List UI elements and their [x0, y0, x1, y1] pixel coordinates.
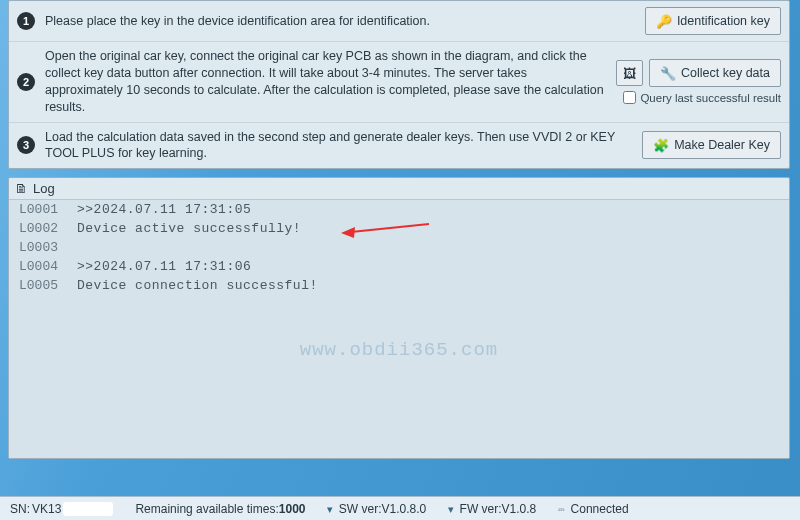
step-1: 1 Please place the key in the device ide…	[9, 1, 789, 41]
log-line-number: L0001	[9, 200, 73, 219]
link-icon: ⎓	[558, 503, 565, 515]
remaining-value: 1000	[279, 502, 306, 516]
step-number-3: 3	[17, 136, 35, 154]
log-panel: 🗎 Log L0001 >>2024.07.11 17:31:05 L0002 …	[8, 177, 790, 459]
puzzle-icon: 🧩	[653, 139, 669, 152]
document-icon: 🗎	[15, 182, 28, 195]
step-3: 3 Load the calculation data saved in the…	[9, 122, 789, 169]
log-line-number: L0003	[9, 238, 73, 257]
step-3-text: Load the calculation data saved in the s…	[45, 129, 632, 163]
remaining-times: Remaining available times:1000	[135, 502, 305, 516]
log-body[interactable]: L0001 >>2024.07.11 17:31:05 L0002 Device…	[9, 200, 789, 458]
log-message: >>2024.07.11 17:31:05	[73, 200, 789, 219]
step-3-actions: 🧩 Make Dealer Key	[642, 131, 781, 159]
query-last-result-label: Query last successful result	[640, 92, 781, 104]
collect-key-data-label: Collect key data	[681, 66, 770, 80]
key-icon: 🔑	[656, 15, 672, 28]
log-title-label: Log	[33, 181, 55, 196]
collect-key-data-button[interactable]: 🔧 Collect key data	[649, 59, 781, 87]
connection-status: ⎓ Connected	[558, 502, 628, 516]
step-1-text: Please place the key in the device ident…	[45, 13, 635, 30]
sw-value: V1.0.8.0	[382, 502, 427, 516]
watermark: www.obdii365.com	[300, 339, 498, 361]
log-message	[73, 238, 789, 257]
down-arrow-icon: ▾	[448, 503, 454, 515]
sw-version: ▾ SW ver:V1.0.8.0	[327, 502, 426, 516]
status-bar: SN: VK13 Remaining available times:1000 …	[0, 496, 800, 520]
log-message: >>2024.07.11 17:31:06	[73, 257, 789, 276]
sn-obscured	[63, 502, 113, 516]
identification-key-label: Identification key	[677, 14, 770, 28]
step-1-actions: 🔑 Identification key	[645, 7, 781, 35]
wrench-icon: 🔧	[660, 67, 676, 80]
log-line-number: L0005	[9, 276, 73, 295]
fw-label: FW ver:	[460, 502, 502, 516]
identification-key-button[interactable]: 🔑 Identification key	[645, 7, 781, 35]
step-2: 2 Open the original car key, connect the…	[9, 41, 789, 122]
serial-number: SN: VK13	[10, 502, 113, 516]
make-dealer-key-button[interactable]: 🧩 Make Dealer Key	[642, 131, 781, 159]
make-dealer-key-label: Make Dealer Key	[674, 138, 770, 152]
down-arrow-icon: ▾	[327, 503, 333, 515]
log-message: Device connection successful!	[73, 276, 789, 295]
log-row: L0005 Device connection successful!	[9, 276, 789, 295]
sn-value: VK13	[32, 502, 61, 516]
log-row: L0002 Device active successfully!	[9, 219, 789, 238]
log-message: Device active successfully!	[73, 219, 789, 238]
query-last-result-checkbox[interactable]	[623, 91, 636, 104]
sw-label: SW ver:	[339, 502, 382, 516]
step-2-actions: 🖼 🔧 Collect key data Query last successf…	[616, 59, 781, 104]
show-diagram-button[interactable]: 🖼	[616, 60, 643, 86]
log-row: L0004 >>2024.07.11 17:31:06	[9, 257, 789, 276]
sn-label: SN:	[10, 502, 30, 516]
log-line-number: L0002	[9, 219, 73, 238]
step-number-1: 1	[17, 12, 35, 30]
log-title-bar: 🗎 Log	[9, 178, 789, 200]
log-row: L0003	[9, 238, 789, 257]
picture-icon: 🖼	[623, 67, 636, 80]
fw-version: ▾ FW ver:V1.0.8	[448, 502, 536, 516]
connection-label: Connected	[571, 502, 629, 516]
log-row: L0001 >>2024.07.11 17:31:05	[9, 200, 789, 219]
remaining-label: Remaining available times:	[135, 502, 278, 516]
log-line-number: L0004	[9, 257, 73, 276]
step-number-2: 2	[17, 73, 35, 91]
step-2-text: Open the original car key, connect the o…	[45, 48, 606, 116]
steps-panel: 1 Please place the key in the device ide…	[8, 0, 790, 169]
fw-value: V1.0.8	[502, 502, 537, 516]
query-last-result-row[interactable]: Query last successful result	[623, 91, 781, 104]
